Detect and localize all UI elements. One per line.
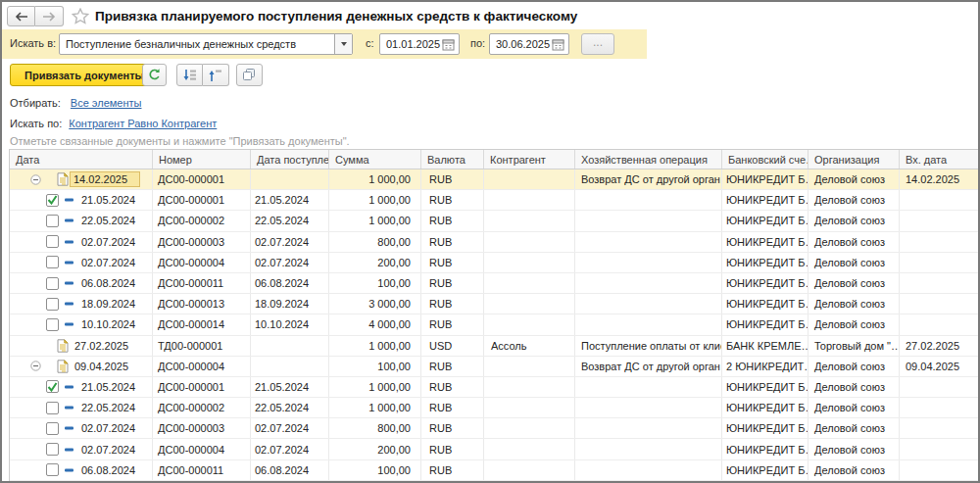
table-row[interactable]: 21.05.2024ДС00-00000121.05.20241 000,00R… (10, 190, 980, 211)
cell-incoming_date (900, 211, 980, 230)
row-checkbox[interactable] (46, 422, 59, 435)
date-to-label: по: (470, 37, 485, 49)
column-header[interactable]: Хозяйственная операция (575, 150, 722, 169)
column-header[interactable]: Номер (153, 150, 251, 169)
window: Привязка планируемого поступления денежн… (0, 0, 980, 483)
refresh-button[interactable] (142, 64, 167, 86)
document-icon (57, 172, 69, 186)
search-by-label: Искать по: (10, 118, 62, 129)
refresh-icon (147, 68, 162, 82)
copy-button[interactable] (236, 64, 263, 86)
row-checkbox[interactable] (46, 256, 59, 268)
table-row[interactable]: 18.09.2024ДС00-00001318.09.20243 000,00R… (10, 294, 980, 314)
column-header[interactable]: Организация (808, 150, 900, 169)
cell-organization: Деловой союз (808, 169, 900, 189)
date-from-input[interactable]: 01.01.2025 (379, 33, 460, 55)
row-checkbox[interactable] (46, 318, 59, 331)
cell-amount: 100,00 (329, 460, 421, 480)
table-row[interactable]: 02.07.2024ДС00-00000302.07.2024800,00RUB… (10, 232, 980, 253)
column-header[interactable]: Банковский сче… (722, 150, 808, 169)
cell-counterparty (484, 211, 575, 230)
cell-counterparty (484, 190, 575, 210)
date-value: 06.08.2024 (80, 464, 135, 476)
more-options-button[interactable]: ... (581, 33, 614, 55)
row-checkbox[interactable] (46, 380, 59, 393)
cell-receipt_date: 22.05.2024 (251, 211, 329, 230)
cell-receipt_date: 06.08.2024 (251, 273, 329, 293)
linked-document-icon (65, 198, 74, 202)
expand-groups-button[interactable] (176, 64, 203, 86)
row-checkbox[interactable] (46, 277, 59, 290)
row-checkbox[interactable] (46, 402, 59, 414)
cell-amount: 1 000,00 (329, 398, 421, 417)
cell-date: 06.08.2024 (10, 460, 153, 480)
cell-bank_account: БАНК КРЕМЛЕ… (722, 336, 808, 356)
search-in-label: Искать в: (10, 37, 56, 49)
column-header[interactable]: Сумма (329, 150, 421, 169)
table-row[interactable]: 02.07.2024ДС00-00000402.07.2024200,00RUB… (10, 439, 980, 459)
forward-button[interactable] (35, 6, 64, 26)
column-header[interactable]: Валюта (421, 150, 484, 169)
date-to-input[interactable]: 30.06.2025 (489, 33, 569, 55)
date-value: 02.07.2024 (80, 257, 135, 268)
cell-incoming_date (900, 377, 980, 397)
calendar-icon[interactable] (552, 38, 564, 51)
row-checkbox[interactable] (46, 215, 59, 227)
cell-organization: Торговый дом "… (808, 336, 900, 356)
table-row[interactable]: 09.04.2025ДС00-000004100,00RUBВозврат ДС… (10, 357, 980, 377)
column-header[interactable]: Дата (10, 150, 153, 169)
column-header[interactable]: Контрагент (484, 150, 575, 169)
cell-number: ДС00-000002 (153, 398, 251, 417)
group-buttons (176, 64, 229, 86)
search-in-select[interactable]: Поступление безналичных денежных средств (59, 33, 353, 55)
cell-number: ДС00-000003 (153, 232, 251, 252)
cell-receipt_date: 06.08.2024 (251, 460, 329, 480)
cell-receipt_date (251, 169, 329, 189)
cell-incoming_date (900, 398, 980, 417)
cell-date: 09.04.2025 (10, 357, 153, 376)
cell-bank_account: ЮНИКРЕДИТ Б… (722, 314, 808, 334)
cell-date: 06.08.2024 (10, 273, 153, 293)
favorite-star-icon[interactable] (72, 8, 89, 24)
cell-counterparty (484, 460, 575, 480)
table-row[interactable]: 22.05.2024ДС00-00000222.05.20241 000,00R… (10, 211, 980, 231)
bind-documents-button[interactable]: Привязать документы (10, 64, 159, 86)
table-row[interactable]: 06.08.2024ДС00-00001106.08.2024100,00RUB… (10, 273, 980, 294)
row-checkbox[interactable] (46, 298, 59, 311)
cell-counterparty: Ассоль (484, 336, 575, 356)
back-button[interactable] (7, 6, 35, 26)
table-row[interactable]: 27.02.2025ТД00-0000011 000,00USDАссольПо… (10, 336, 980, 357)
cell-receipt_date (251, 357, 329, 376)
chevron-down-icon[interactable] (334, 34, 352, 54)
cell-currency: RUB (421, 169, 484, 189)
row-checkbox[interactable] (46, 235, 59, 248)
tree-collapse-icon[interactable] (29, 174, 41, 185)
table-row[interactable]: 10.10.2024ДС00-00001410.10.20244 000,00R… (10, 314, 980, 335)
table-row[interactable]: 02.07.2024ДС00-00000402.07.2024200,00RUB… (10, 253, 980, 273)
column-header[interactable]: Вх. дата (900, 150, 980, 169)
tree-collapse-icon[interactable] (29, 361, 41, 371)
table-row[interactable]: 21.05.2024ДС00-00000121.05.20241 000,00R… (10, 377, 980, 398)
table-row[interactable]: 06.08.2024ДС00-00001106.08.2024100,00RUB… (10, 460, 980, 481)
search-by-link[interactable]: Контрагент Равно Контрагент (69, 118, 217, 129)
row-checkbox[interactable] (46, 463, 59, 476)
table-row[interactable]: 14.02.2025ДС00-0000011 000,00RUBВозврат … (10, 169, 980, 190)
table-row[interactable]: 02.07.2024ДС00-00000302.07.2024800,00RUB… (10, 418, 980, 439)
row-checkbox[interactable] (46, 194, 59, 207)
cell-amount: 1 000,00 (329, 211, 421, 230)
cell-operation: Поступление оплаты от клие… (575, 336, 722, 356)
select-filter-link[interactable]: Все элементы (71, 97, 142, 109)
cell-organization: Деловой союз (808, 418, 900, 438)
cell-incoming_date (900, 190, 980, 210)
collapse-groups-button[interactable] (203, 64, 229, 86)
cell-bank_account: ЮНИКРЕДИТ Б… (722, 398, 808, 417)
table-row[interactable]: 22.05.2024ДС00-00000222.05.20241 000,00R… (10, 398, 980, 418)
cell-counterparty (484, 273, 575, 293)
cell-incoming_date (900, 253, 980, 272)
cell-number: ДС00-000004 (153, 357, 251, 376)
cell-receipt_date: 21.05.2024 (251, 377, 329, 397)
row-checkbox[interactable] (46, 443, 59, 456)
calendar-icon[interactable] (442, 38, 455, 51)
column-header[interactable]: Дата поступления (251, 150, 329, 169)
toolbar: Привязать документы (2, 59, 978, 91)
